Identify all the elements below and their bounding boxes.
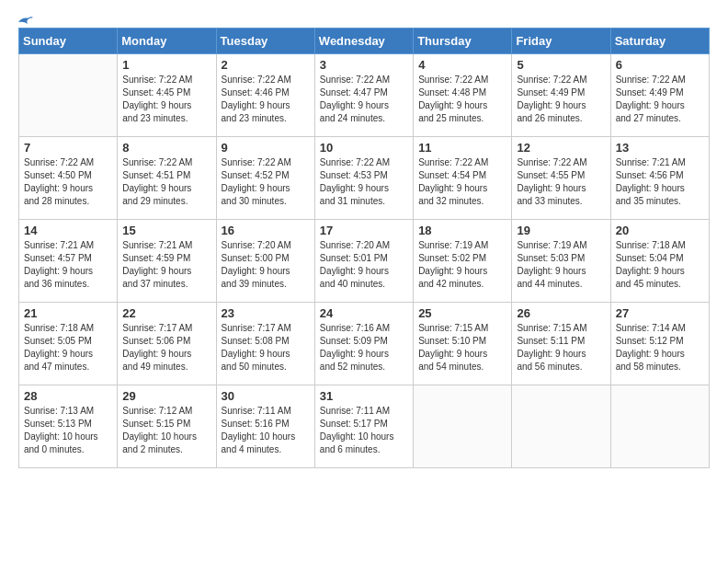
calendar-cell: 26Sunrise: 7:15 AM Sunset: 5:11 PM Dayli… (512, 303, 610, 385)
day-number: 23 (222, 306, 310, 320)
calendar-cell: 25Sunrise: 7:15 AM Sunset: 5:10 PM Dayli… (414, 303, 512, 385)
cell-content: Sunrise: 7:22 AM Sunset: 4:46 PM Dayligh… (222, 74, 310, 125)
calendar-body: 1Sunrise: 7:22 AM Sunset: 4:45 PM Daylig… (19, 54, 710, 468)
day-header-wednesday: Wednesday (314, 29, 413, 54)
calendar-cell: 22Sunrise: 7:17 AM Sunset: 5:06 PM Dayli… (118, 303, 216, 385)
day-number: 18 (418, 224, 506, 237)
day-number: 31 (320, 389, 408, 403)
calendar-cell: 30Sunrise: 7:11 AM Sunset: 5:16 PM Dayli… (216, 385, 314, 468)
day-number: 24 (320, 306, 408, 320)
day-number: 12 (517, 141, 605, 155)
day-number: 13 (616, 141, 704, 155)
cell-content: Sunrise: 7:18 AM Sunset: 5:05 PM Dayligh… (24, 322, 112, 373)
calendar-cell: 8Sunrise: 7:22 AM Sunset: 4:51 PM Daylig… (118, 137, 216, 220)
cell-content: Sunrise: 7:21 AM Sunset: 4:59 PM Dayligh… (122, 239, 210, 291)
day-number: 9 (222, 141, 310, 155)
day-number: 3 (320, 58, 408, 72)
calendar-cell: 29Sunrise: 7:12 AM Sunset: 5:15 PM Dayli… (118, 385, 216, 468)
cell-content: Sunrise: 7:22 AM Sunset: 4:54 PM Dayligh… (418, 156, 506, 208)
calendar-week-4: 21Sunrise: 7:18 AM Sunset: 5:05 PM Dayli… (19, 303, 710, 385)
cell-content: Sunrise: 7:16 AM Sunset: 5:09 PM Dayligh… (320, 322, 408, 373)
cell-content: Sunrise: 7:21 AM Sunset: 4:57 PM Dayligh… (24, 239, 112, 291)
day-header-tuesday: Tuesday (216, 29, 314, 54)
day-number: 8 (122, 141, 210, 155)
cell-content: Sunrise: 7:22 AM Sunset: 4:51 PM Dayligh… (122, 156, 210, 208)
cell-content: Sunrise: 7:19 AM Sunset: 5:02 PM Dayligh… (418, 239, 506, 291)
cell-content: Sunrise: 7:15 AM Sunset: 5:10 PM Dayligh… (418, 322, 506, 373)
day-number: 16 (222, 224, 310, 237)
cell-content: Sunrise: 7:22 AM Sunset: 4:47 PM Dayligh… (320, 74, 408, 125)
day-number: 14 (24, 224, 112, 237)
day-number: 29 (122, 389, 210, 403)
cell-content: Sunrise: 7:17 AM Sunset: 5:08 PM Dayligh… (222, 322, 310, 373)
calendar-cell: 9Sunrise: 7:22 AM Sunset: 4:52 PM Daylig… (216, 137, 314, 220)
day-number: 2 (222, 58, 310, 72)
calendar-cell: 3Sunrise: 7:22 AM Sunset: 4:47 PM Daylig… (314, 54, 413, 137)
calendar-cell: 31Sunrise: 7:11 AM Sunset: 5:17 PM Dayli… (314, 385, 413, 468)
calendar-cell: 13Sunrise: 7:21 AM Sunset: 4:56 PM Dayli… (610, 137, 709, 220)
calendar-header-row: SundayMondayTuesdayWednesdayThursdayFrid… (19, 29, 710, 54)
day-number: 19 (517, 224, 605, 237)
calendar-cell (19, 54, 118, 137)
cell-content: Sunrise: 7:22 AM Sunset: 4:45 PM Dayligh… (122, 74, 210, 125)
cell-content: Sunrise: 7:12 AM Sunset: 5:15 PM Dayligh… (122, 405, 210, 456)
cell-content: Sunrise: 7:20 AM Sunset: 5:00 PM Dayligh… (222, 239, 310, 291)
cell-content: Sunrise: 7:22 AM Sunset: 4:48 PM Dayligh… (418, 74, 506, 125)
day-number: 4 (418, 58, 506, 72)
cell-content: Sunrise: 7:21 AM Sunset: 4:56 PM Dayligh… (616, 156, 704, 208)
cell-content: Sunrise: 7:17 AM Sunset: 5:06 PM Dayligh… (122, 322, 210, 373)
day-header-saturday: Saturday (610, 29, 709, 54)
cell-content: Sunrise: 7:14 AM Sunset: 5:12 PM Dayligh… (616, 322, 704, 373)
calendar-cell: 23Sunrise: 7:17 AM Sunset: 5:08 PM Dayli… (216, 303, 314, 385)
calendar-week-3: 14Sunrise: 7:21 AM Sunset: 4:57 PM Dayli… (19, 220, 710, 303)
cell-content: Sunrise: 7:22 AM Sunset: 4:50 PM Dayligh… (24, 156, 112, 208)
calendar-cell: 24Sunrise: 7:16 AM Sunset: 5:09 PM Dayli… (314, 303, 413, 385)
cell-content: Sunrise: 7:18 AM Sunset: 5:04 PM Dayligh… (616, 239, 704, 291)
day-header-friday: Friday (512, 29, 610, 54)
day-number: 1 (122, 58, 210, 72)
cell-content: Sunrise: 7:11 AM Sunset: 5:16 PM Dayligh… (222, 405, 310, 456)
calendar-cell: 10Sunrise: 7:22 AM Sunset: 4:53 PM Dayli… (314, 137, 413, 220)
cell-content: Sunrise: 7:22 AM Sunset: 4:55 PM Dayligh… (517, 156, 605, 208)
calendar-cell: 12Sunrise: 7:22 AM Sunset: 4:55 PM Dayli… (512, 137, 610, 220)
calendar-cell: 4Sunrise: 7:22 AM Sunset: 4:48 PM Daylig… (414, 54, 512, 137)
day-header-sunday: Sunday (19, 29, 118, 54)
day-number: 20 (616, 224, 704, 237)
calendar-week-1: 1Sunrise: 7:22 AM Sunset: 4:45 PM Daylig… (19, 54, 710, 137)
calendar-cell: 7Sunrise: 7:22 AM Sunset: 4:50 PM Daylig… (19, 137, 118, 220)
day-number: 22 (122, 306, 210, 320)
calendar-cell: 19Sunrise: 7:19 AM Sunset: 5:03 PM Dayli… (512, 220, 610, 303)
day-number: 26 (517, 306, 605, 320)
day-number: 7 (24, 141, 112, 155)
day-number: 21 (24, 306, 112, 320)
calendar-cell: 21Sunrise: 7:18 AM Sunset: 5:05 PM Dayli… (19, 303, 118, 385)
calendar-cell: 17Sunrise: 7:20 AM Sunset: 5:01 PM Dayli… (314, 220, 413, 303)
day-number: 28 (24, 389, 112, 403)
cell-content: Sunrise: 7:22 AM Sunset: 4:53 PM Dayligh… (320, 156, 408, 208)
calendar-week-5: 28Sunrise: 7:13 AM Sunset: 5:13 PM Dayli… (19, 385, 710, 468)
cell-content: Sunrise: 7:11 AM Sunset: 5:17 PM Dayligh… (320, 405, 408, 456)
calendar-cell: 18Sunrise: 7:19 AM Sunset: 5:02 PM Dayli… (414, 220, 512, 303)
day-number: 11 (418, 141, 506, 155)
day-number: 17 (320, 224, 408, 237)
cell-content: Sunrise: 7:13 AM Sunset: 5:13 PM Dayligh… (24, 405, 112, 456)
cell-content: Sunrise: 7:22 AM Sunset: 4:49 PM Dayligh… (517, 74, 605, 125)
calendar-cell: 5Sunrise: 7:22 AM Sunset: 4:49 PM Daylig… (512, 54, 610, 137)
calendar-cell: 2Sunrise: 7:22 AM Sunset: 4:46 PM Daylig… (216, 54, 314, 137)
calendar-cell (512, 385, 610, 468)
calendar-cell (610, 385, 709, 468)
day-number: 27 (616, 306, 704, 320)
calendar-cell: 1Sunrise: 7:22 AM Sunset: 4:45 PM Daylig… (118, 54, 216, 137)
day-number: 5 (517, 58, 605, 72)
calendar-cell: 20Sunrise: 7:18 AM Sunset: 5:04 PM Dayli… (610, 220, 709, 303)
calendar-week-2: 7Sunrise: 7:22 AM Sunset: 4:50 PM Daylig… (19, 137, 710, 220)
calendar-table: SundayMondayTuesdayWednesdayThursdayFrid… (18, 28, 710, 468)
calendar-cell (414, 385, 512, 468)
day-number: 10 (320, 141, 408, 155)
day-number: 15 (122, 224, 210, 237)
calendar-cell: 27Sunrise: 7:14 AM Sunset: 5:12 PM Dayli… (610, 303, 709, 385)
cell-content: Sunrise: 7:19 AM Sunset: 5:03 PM Dayligh… (517, 239, 605, 291)
cell-content: Sunrise: 7:15 AM Sunset: 5:11 PM Dayligh… (517, 322, 605, 373)
day-header-monday: Monday (118, 29, 216, 54)
cell-content: Sunrise: 7:22 AM Sunset: 4:49 PM Dayligh… (616, 74, 704, 125)
